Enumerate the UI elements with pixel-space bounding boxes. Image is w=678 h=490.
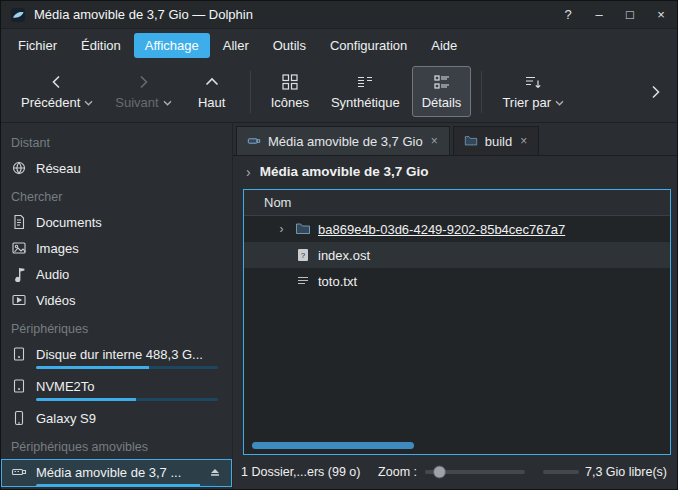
forward-button[interactable]: Suivant [105,66,181,117]
free-space-bar [543,470,579,474]
sidebar-item-images[interactable]: Images [1,235,232,260]
horizontal-scrollbar[interactable] [252,442,414,449]
zoom-slider[interactable] [425,470,525,474]
menu-aller[interactable]: Aller [212,33,260,58]
menu-affichage[interactable]: Affichage [134,33,210,58]
sort-by-button[interactable]: Trier par [492,66,574,117]
icons-view-button[interactable]: Icônes [261,66,319,117]
sidebar-item-label: Réseau [36,161,81,176]
file-name: toto.txt [318,274,357,289]
tab-build[interactable]: build × [453,126,539,155]
back-icon [49,73,65,91]
chevron-down-icon [84,100,93,106]
close-icon[interactable]: × [654,7,668,22]
folder-icon [464,134,478,148]
section-header-peripheriques-amovibles: Périphériques amovibles [1,431,232,459]
dolphin-window: Média amovible de 3,7 Gio — Dolphin ? – … [0,0,678,490]
images-icon [11,240,27,256]
breadcrumb: › Média amovible de 3,7 Gio [233,156,677,187]
sidebar-item-label: Média amovible de 3,7 ... [36,465,181,480]
sidebar-item-label: NVME2To [36,379,95,394]
sidebar-item-videos[interactable]: Vidéos [1,287,232,312]
eject-icon[interactable] [208,465,222,479]
selection-summary: 1 Dossier,...ers (99 o) [241,465,361,479]
sidebar-item-disque-dur-interne[interactable]: Disque dur interne 488,3 G... [1,341,232,369]
section-header-chercher: Chercher [1,181,232,209]
sidebar-item-media-amovible[interactable]: Média amovible de 3,7 ... [1,459,232,487]
up-label: Haut [198,95,225,110]
toolbar: Précédent Suivant Haut Icônes Synthétiq [1,61,677,123]
sidebar-item-galaxy-s9[interactable]: Galaxy S9 [1,405,232,430]
usb-icon [11,464,27,480]
drive-icon [247,134,261,148]
harddisk-icon [11,346,27,362]
section-header-distant: Distant [1,127,232,155]
documents-icon [11,214,27,230]
unknown-file-icon: ? [295,247,311,263]
back-button[interactable]: Précédent [11,66,103,117]
zoom-slider-knob[interactable] [433,466,446,479]
tab-bar: Média amovible de 3,7 Gio × build × [233,123,677,156]
minimize-icon[interactable]: – [592,7,606,22]
file-view[interactable]: Nom › ba869e4b-03d6-4249-9202-85b4cec767… [243,189,671,455]
sidebar-item-documents[interactable]: Documents [1,209,232,234]
harddisk-icon [11,378,27,394]
sidebar-item-audio[interactable]: Audio [1,261,232,286]
breadcrumb-chevron-icon[interactable]: › [246,164,251,180]
folder-icon [295,221,311,237]
tab-close-icon[interactable]: × [519,135,528,147]
main-area: Média amovible de 3,7 Gio × build × › Mé… [233,123,677,489]
tab-close-icon[interactable]: × [430,135,439,147]
audio-icon [11,266,27,282]
back-label: Précédent [21,95,80,110]
titlebar[interactable]: Média amovible de 3,7 Gio — Dolphin ? – … [1,1,677,29]
up-icon [204,73,220,91]
column-header-label: Nom [264,195,291,210]
forward-label: Suivant [115,95,158,110]
tab-media-amovible[interactable]: Média amovible de 3,7 Gio × [236,126,450,155]
forward-icon [135,73,151,91]
section-header-peripheriques: Périphériques [1,313,232,341]
tab-label: build [485,134,512,149]
up-button[interactable]: Haut [184,66,240,117]
menu-edition[interactable]: Édition [70,33,132,58]
menu-aide[interactable]: Aide [420,33,468,58]
file-row-toto-txt[interactable]: toto.txt [244,268,670,294]
compact-view-icon [356,73,374,91]
details-view-button[interactable]: Détails [412,66,472,117]
sidebar-item-reseau[interactable]: Réseau [1,155,232,180]
details-view-label: Détails [422,95,462,110]
file-row-index-ost[interactable]: ? index.ost [244,242,670,268]
menu-outils[interactable]: Outils [262,33,317,58]
chevron-down-icon [555,100,564,106]
toolbar-overflow-icon[interactable] [643,80,667,104]
menu-fichier[interactable]: Fichier [7,33,68,58]
menubar: Fichier Édition Affichage Aller Outils C… [1,29,677,61]
sidebar-item-label: Vidéos [36,293,76,308]
app-body: Distant Réseau Chercher Documents Images [1,123,677,489]
expander-icon[interactable]: › [275,223,288,235]
sidebar-item-label: Images [36,241,79,256]
sidebar-item-label: Audio [36,267,69,282]
places-panel: Distant Réseau Chercher Documents Images [1,123,233,489]
breadcrumb-current[interactable]: Média amovible de 3,7 Gio [260,164,429,179]
sidebar-item-nvme2to[interactable]: NVME2To [1,373,232,401]
toolbar-separator [250,71,251,113]
videos-icon [11,292,27,308]
sidebar-item-label: Disque dur interne 488,3 G... [36,347,203,362]
capacity-bar [36,398,218,401]
file-row-folder[interactable]: › ba869e4b-03d6-4249-9202-85b4cec767a7 [244,216,670,242]
help-icon[interactable]: ? [561,7,575,22]
svg-text:?: ? [301,251,306,260]
network-icon [11,160,27,176]
statusbar: 1 Dossier,...ers (99 o) Zoom : 7,3 Gio l… [233,455,677,489]
file-name: index.ost [318,248,370,263]
chevron-down-icon [163,100,172,106]
sort-by-label: Trier par [502,95,551,110]
maximize-icon[interactable]: □ [623,7,637,22]
file-rows: › ba869e4b-03d6-4249-9202-85b4cec767a7 ?… [244,216,670,454]
column-header-nom[interactable]: Nom [244,190,670,216]
menu-configuration[interactable]: Configuration [319,33,418,58]
dolphin-app-icon[interactable] [10,7,26,23]
compact-view-button[interactable]: Synthétique [321,66,410,117]
